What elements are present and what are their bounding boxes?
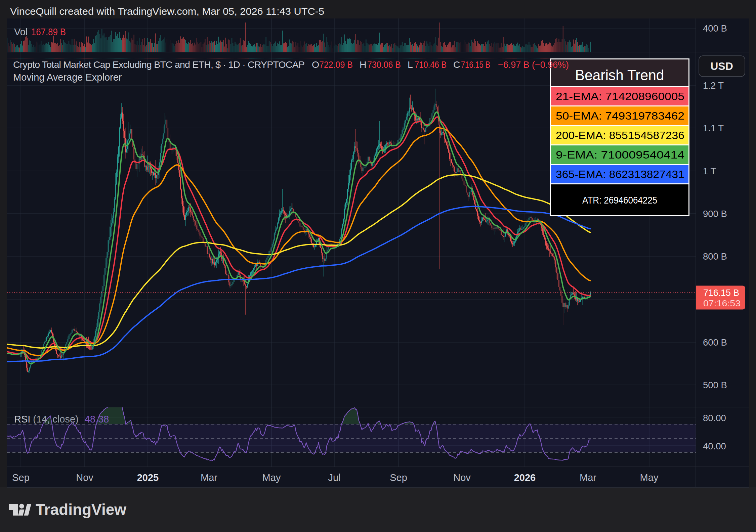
- svg-text:Mar: Mar: [580, 472, 596, 483]
- svg-text:50-EMA: 749319783462: 50-EMA: 749319783462: [556, 110, 684, 122]
- svg-text:VinceQuill created with Tradin: VinceQuill created with TradingView.com,…: [10, 6, 324, 17]
- svg-text:Nov: Nov: [76, 472, 93, 483]
- svg-text:167.89 B: 167.89 B: [31, 27, 66, 37]
- svg-text:365-EMA: 862313827431: 365-EMA: 862313827431: [556, 169, 684, 180]
- svg-text:716.15 B: 716.15 B: [461, 59, 490, 70]
- svg-text:ATR: 26946064225: ATR: 26946064225: [582, 194, 657, 206]
- svg-text:400 B: 400 B: [703, 23, 727, 34]
- svg-text:1 T: 1 T: [703, 166, 716, 176]
- svg-text:500 B: 500 B: [703, 380, 727, 390]
- svg-text:O: O: [312, 59, 319, 70]
- svg-text:TradingView: TradingView: [36, 501, 126, 518]
- svg-text:USD: USD: [710, 60, 733, 72]
- svg-text:730.06 B: 730.06 B: [367, 59, 401, 70]
- svg-text:200-EMA: 855154587236: 200-EMA: 855154587236: [556, 130, 684, 141]
- svg-text:80.00: 80.00: [703, 413, 726, 423]
- svg-text:716.15 B: 716.15 B: [703, 287, 739, 298]
- svg-text:40.00: 40.00: [703, 441, 726, 451]
- svg-text:−6.97 B (−0.96%): −6.97 B (−0.96%): [498, 59, 569, 70]
- svg-text:May: May: [640, 472, 659, 483]
- svg-text:1.2 T: 1.2 T: [703, 80, 724, 91]
- svg-text:Nov: Nov: [453, 472, 471, 483]
- svg-text:Sep: Sep: [12, 472, 30, 483]
- svg-text:07:16:53: 07:16:53: [703, 298, 741, 308]
- svg-text:9-EMA: 710009540414: 9-EMA: 710009540414: [556, 149, 684, 161]
- svg-text:21-EMA: 714208960005: 21-EMA: 714208960005: [556, 91, 684, 102]
- svg-text:Moving Average Explorer: Moving Average Explorer: [13, 72, 122, 83]
- svg-text:722.09 B: 722.09 B: [319, 59, 353, 70]
- svg-text:Sep: Sep: [390, 472, 407, 483]
- svg-text:Crypto Total Market Cap Exclud: Crypto Total Market Cap Excluding BTC an…: [13, 59, 305, 70]
- svg-text:Mar: Mar: [201, 472, 217, 483]
- svg-text:1.1 T: 1.1 T: [703, 123, 724, 133]
- svg-text:RSI(14, close)48.38: RSI(14, close)48.38: [14, 414, 109, 425]
- svg-text:Bearish Trend: Bearish Trend: [575, 67, 664, 83]
- svg-text:600 B: 600 B: [703, 337, 727, 348]
- svg-text:2025: 2025: [137, 472, 159, 483]
- svg-text:900 B: 900 B: [703, 209, 727, 219]
- svg-text:May: May: [262, 472, 281, 483]
- svg-text:2026: 2026: [514, 472, 536, 483]
- svg-text:H: H: [360, 59, 367, 70]
- svg-text:L: L: [408, 59, 413, 70]
- svg-text:800 B: 800 B: [703, 251, 727, 262]
- svg-text:710.46 B: 710.46 B: [415, 59, 447, 70]
- svg-text:C: C: [453, 59, 460, 70]
- svg-text:Jul: Jul: [328, 472, 340, 483]
- svg-text:Vol: Vol: [14, 27, 28, 37]
